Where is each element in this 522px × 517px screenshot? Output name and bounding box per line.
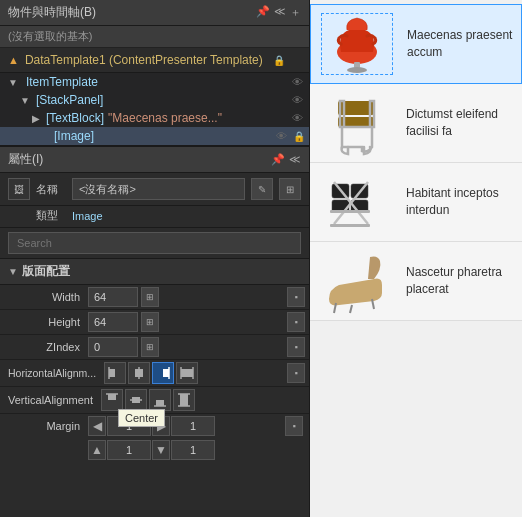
svg-rect-0 [109, 369, 115, 377]
preview-img-0 [317, 9, 397, 79]
barcelona-chair-svg [324, 170, 389, 235]
datatemplate-row: ▲ DataTemplate1 (ContentPresenter Templa… [0, 48, 309, 73]
preview-list: Maecenas praesent accum Dictumst eleifen… [310, 0, 522, 517]
title-bar: 物件與時間軸(B) 📌 ≪ ＋ [0, 0, 309, 26]
eye-0[interactable]: 👁 [292, 76, 303, 88]
height-end-btn[interactable]: ⊞ [141, 312, 159, 332]
zindex-label: ZIndex [8, 341, 88, 353]
margin-prop-btn[interactable]: ▪ [285, 416, 303, 436]
zindex-input[interactable] [88, 337, 138, 357]
height-row: Height ⊞ ▪ [0, 310, 309, 335]
preview-item-3[interactable]: Nascetur pharetra placerat [310, 242, 522, 321]
svg-line-33 [350, 305, 352, 313]
title-bar-icons: 📌 ≪ ＋ [256, 5, 301, 20]
preview-text-3: Nascetur pharetra placerat [406, 264, 516, 298]
height-label: Height [8, 316, 88, 328]
zindex-prop-btn[interactable]: ▪ [287, 337, 305, 357]
tree-item-3[interactable]: [Image] 👁 🔒 [0, 127, 309, 145]
margin-left-val: 1 [107, 416, 151, 436]
preview-img-1 [316, 88, 396, 158]
svg-rect-9 [108, 394, 116, 400]
margin-right-val: 1 [171, 416, 215, 436]
valign-btn-bottom[interactable] [149, 389, 171, 411]
props-collapse-icon[interactable]: ≪ [289, 153, 301, 166]
halign-btn-center[interactable] [128, 362, 150, 384]
name-btn-2[interactable]: ⊞ [279, 178, 301, 200]
valign-btn-center[interactable] [125, 389, 147, 411]
zindex-end-btn[interactable]: ⊞ [141, 337, 159, 357]
collapse-icon[interactable]: ≪ [274, 5, 286, 20]
type-row: 類型 Image [0, 206, 309, 227]
svg-rect-15 [180, 394, 188, 406]
svg-rect-29 [330, 210, 370, 213]
props-title-icons: 📌 ≪ [271, 153, 301, 166]
width-end-btn[interactable]: ⊞ [141, 287, 159, 307]
preview-img-2 [316, 167, 396, 237]
width-prop-btn[interactable]: ▪ [287, 287, 305, 307]
lounge-chair-svg [324, 249, 389, 314]
preview-item-0[interactable]: Maecenas praesent accum [310, 4, 522, 84]
left-panel: 物件與時間軸(B) 📌 ≪ ＋ (沒有選取的基本) ▲ DataTemplate… [0, 0, 310, 517]
preview-text-0: Maecenas praesent accum [407, 27, 515, 61]
type-icon-box: 🖼 [8, 178, 30, 200]
halign-row: HorizontalAlignm... ▪ [0, 360, 309, 387]
name-input[interactable] [72, 178, 245, 200]
name-label: 名稱 [36, 182, 66, 197]
margin-right-arrow[interactable]: ▶ [152, 416, 170, 436]
halign-btn-stretch[interactable] [176, 362, 198, 384]
halign-btns [104, 362, 198, 384]
valign-btns [101, 389, 195, 411]
type-icon: 🖼 [14, 184, 24, 195]
svg-rect-30 [330, 224, 370, 227]
eye-1[interactable]: 👁 [292, 94, 303, 106]
tree-item-2[interactable]: ▶ [TextBlock] "Maecenas praese..." 👁 [0, 109, 309, 127]
halign-prop-btn[interactable]: ▪ [287, 363, 305, 383]
datatemplate-label: DataTemplate1 (ContentPresenter Template… [25, 53, 263, 67]
section-arrow: ▼ [8, 266, 18, 277]
tree-type-1: [StackPanel] [36, 93, 103, 107]
halign-btn-right[interactable] [152, 362, 174, 384]
subtitle-text: (沒有選取的基本) [8, 30, 92, 42]
section-header[interactable]: ▼ 版面配置 [0, 259, 309, 285]
type-value: Image [72, 210, 103, 222]
props-pin-icon[interactable]: 📌 [271, 153, 285, 166]
height-input[interactable] [88, 312, 138, 332]
add-icon[interactable]: ＋ [290, 5, 301, 20]
tree-item-1[interactable]: ▼ [StackPanel] 👁 [0, 91, 309, 109]
valign-btn-top[interactable] [101, 389, 123, 411]
props-panel: 屬性(I) 📌 ≪ 🖼 名稱 ✎ ⊞ 類型 Image [0, 147, 309, 517]
swan-chair-svg [327, 14, 387, 74]
halign-btn-left[interactable] [104, 362, 126, 384]
halign-label: HorizontalAlignm... [8, 367, 104, 379]
margin-row-ud: ▲ 1 ▼ 1 [0, 438, 309, 462]
preview-text-2: Habitant inceptos interdun [406, 185, 516, 219]
pin-icon[interactable]: 📌 [256, 5, 270, 20]
valign-btn-stretch[interactable] [173, 389, 195, 411]
preview-item-1[interactable]: Dictumst eleifend facilisi fa [310, 84, 522, 163]
margin-up-val: 1 [107, 440, 151, 460]
tree-item-0[interactable]: ▼ ItemTemplate 👁 [0, 73, 309, 91]
search-input[interactable] [8, 232, 301, 254]
eye-2[interactable]: 👁 [292, 112, 303, 124]
margin-lr-group: ◀ 1 ▶ 1 [88, 416, 215, 436]
margin-down-arrow[interactable]: ▼ [152, 440, 170, 460]
margin-left-arrow[interactable]: ◀ [88, 416, 106, 436]
width-row: Width ⊞ ▪ [0, 285, 309, 310]
dt-icon: ▲ [8, 54, 19, 66]
tree-value-2: "Maecenas praese..." [108, 111, 222, 125]
svg-rect-4 [163, 369, 169, 377]
props-title-text: 屬性(I) [8, 151, 43, 168]
eye-3[interactable]: 👁 [276, 130, 287, 142]
expand-0: ▼ [8, 77, 18, 88]
preview-item-2[interactable]: Habitant inceptos interdun [310, 163, 522, 242]
margin-up-arrow[interactable]: ▲ [88, 440, 106, 460]
height-prop-btn[interactable]: ▪ [287, 312, 305, 332]
svg-rect-13 [156, 400, 164, 406]
subtitle-bar: (沒有選取的基本) [0, 26, 309, 48]
cantilever-chair-svg [326, 91, 386, 156]
panel-title: 物件與時間軸(B) [8, 4, 96, 21]
name-btn-1[interactable]: ✎ [251, 178, 273, 200]
width-label: Width [8, 291, 88, 303]
lock-icon: 🔒 [273, 55, 285, 66]
width-input[interactable] [88, 287, 138, 307]
